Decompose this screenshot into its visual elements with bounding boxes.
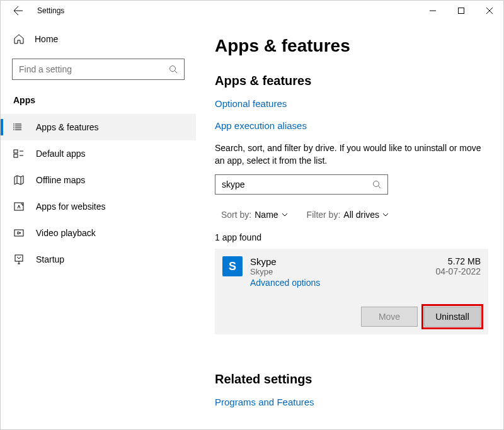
sort-value: Name (255, 210, 278, 220)
svg-point-3 (13, 125, 14, 127)
sidebar-item-label: Startup (36, 254, 64, 264)
uninstall-button[interactable]: Uninstall (424, 307, 481, 327)
offline-maps-icon (13, 174, 25, 186)
maximize-button[interactable] (447, 1, 475, 21)
sidebar-item-label: Offline maps (36, 175, 85, 185)
programs-features-link[interactable]: Programs and Features (215, 397, 488, 407)
minimize-button[interactable] (418, 1, 447, 21)
sidebar-search-input[interactable] (19, 64, 169, 74)
svg-rect-7 (14, 154, 18, 157)
svg-rect-6 (14, 150, 18, 153)
minimize-icon (430, 8, 436, 14)
app-name: Skype (250, 256, 435, 267)
section-title: Apps & features (215, 74, 488, 88)
page-title: Apps & features (215, 36, 488, 56)
sidebar: Home Apps Apps & features Default apps (1, 21, 196, 429)
sort-label: Sort by: (221, 210, 251, 220)
sidebar-item-label: Apps & features (36, 122, 99, 132)
svg-point-4 (13, 127, 14, 128)
related-title: Related settings (215, 372, 488, 387)
svg-rect-0 (458, 8, 464, 14)
search-icon (169, 65, 178, 74)
apps-features-icon (13, 122, 25, 133)
filter-value: All drives (343, 210, 379, 220)
section-description: Search, sort, and filter by drive. If yo… (215, 142, 488, 167)
app-meta: 5.72 MB 04-07-2022 (435, 256, 481, 276)
filter-label: Filter by: (307, 210, 341, 220)
app-search[interactable] (215, 174, 388, 195)
svg-rect-10 (15, 255, 23, 261)
skype-app-icon: S (222, 256, 243, 276)
maximize-icon (458, 8, 464, 14)
advanced-options-link[interactable]: Advanced options (250, 278, 435, 288)
sidebar-item-label: Apps for websites (36, 201, 106, 212)
app-publisher: Skype (250, 267, 435, 276)
app-search-input[interactable] (222, 179, 372, 190)
svg-point-5 (13, 129, 14, 130)
home-icon (13, 33, 25, 45)
home-label: Home (35, 34, 58, 44)
apps-websites-icon (13, 201, 25, 212)
sidebar-item-video-playback[interactable]: Video playback (1, 220, 196, 246)
sidebar-section-label: Apps (1, 91, 196, 114)
video-playback-icon (13, 227, 25, 239)
startup-icon (13, 254, 25, 265)
arrow-left-icon (13, 6, 23, 16)
window-controls (418, 1, 503, 21)
filter-by-dropdown[interactable]: Filter by: All drives (307, 210, 389, 220)
app-actions: Move Uninstall (222, 307, 481, 327)
result-count: 1 app found (215, 232, 488, 242)
move-button: Move (361, 307, 418, 327)
app-execution-aliases-link[interactable]: App execution aliases (215, 120, 488, 131)
close-button[interactable] (475, 1, 503, 21)
chevron-down-icon (382, 213, 389, 217)
content-area: Home Apps Apps & features Default apps (1, 21, 503, 429)
sidebar-item-apps-features[interactable]: Apps & features (1, 114, 196, 140)
svg-point-11 (374, 181, 379, 187)
optional-features-link[interactable]: Optional features (215, 98, 488, 109)
app-row: S Skype Skype Advanced options 5.72 MB 0… (222, 256, 481, 288)
sidebar-item-startup[interactable]: Startup (1, 246, 196, 273)
main-panel: Apps & features Apps & features Optional… (196, 21, 503, 429)
sidebar-item-apps-websites[interactable]: Apps for websites (1, 193, 196, 220)
sidebar-item-label: Video playback (36, 228, 96, 238)
sort-by-dropdown[interactable]: Sort by: Name (221, 210, 288, 220)
window-title: Settings (37, 6, 64, 15)
related-settings: Related settings Programs and Features (215, 372, 488, 407)
home-nav[interactable]: Home (1, 27, 196, 51)
app-size: 5.72 MB (435, 256, 481, 266)
default-apps-icon (13, 148, 25, 159)
app-info: Skype Skype Advanced options (250, 256, 435, 288)
app-card[interactable]: S Skype Skype Advanced options 5.72 MB 0… (215, 249, 488, 334)
sidebar-search[interactable] (12, 59, 185, 80)
sidebar-item-label: Default apps (36, 149, 86, 159)
filter-row: Sort by: Name Filter by: All drives (215, 210, 488, 220)
close-icon (486, 8, 493, 14)
back-button[interactable] (12, 4, 25, 17)
sidebar-item-default-apps[interactable]: Default apps (1, 140, 196, 167)
chevron-down-icon (282, 213, 288, 217)
titlebar: Settings (1, 1, 503, 21)
search-icon (372, 180, 381, 189)
sidebar-item-offline-maps[interactable]: Offline maps (1, 167, 196, 193)
svg-point-1 (170, 66, 176, 72)
settings-window: Settings Home Apps Ap (0, 0, 504, 430)
app-date: 04-07-2022 (435, 266, 481, 276)
svg-point-2 (13, 123, 14, 125)
svg-rect-9 (14, 230, 23, 236)
